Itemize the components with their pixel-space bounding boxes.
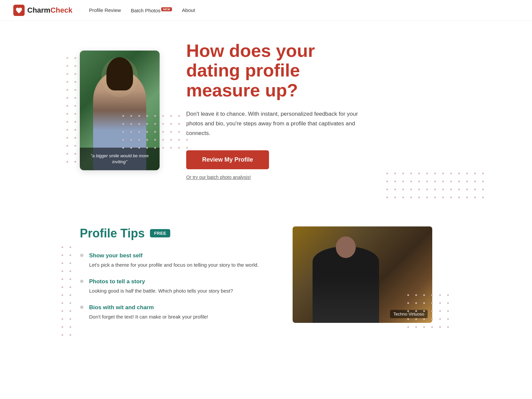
tips-title: Profile Tips — [80, 226, 145, 240]
logo-charm: Charm — [27, 6, 51, 14]
tips-header: Profile Tips FREE — [80, 226, 266, 240]
profile-caption: "a bigger smile would be more inviting" — [80, 148, 160, 170]
free-badge: FREE — [150, 229, 170, 237]
tip-bullet-2 — [80, 280, 83, 283]
tip-bullet-1 — [80, 254, 83, 257]
hero-description: Don't leave it to chance. With instant, … — [186, 109, 372, 138]
tips-content: Profile Tips FREE Show your best self Le… — [80, 226, 266, 330]
logo-link[interactable]: CharmCheck — [13, 5, 72, 16]
tip-bullet-3 — [80, 306, 83, 309]
heart-icon — [13, 5, 25, 16]
nav-link-profile-review[interactable]: Profile Review — [89, 7, 121, 13]
tip-text-wit-charm: Don't forget the text! It can make or br… — [89, 313, 208, 321]
dot-grid-tips-right — [407, 294, 451, 330]
nav-links: Profile Review Batch PhotosNEW About — [89, 7, 195, 14]
tip-item-wit-charm: Bios with wit and charm Don't forget the… — [80, 304, 266, 321]
hero-title: How does your dating profile measure up? — [186, 41, 372, 100]
nav-item-profile-review[interactable]: Profile Review — [89, 7, 121, 13]
navbar: CharmCheck Profile Review Batch PhotosNE… — [0, 0, 532, 21]
batch-analysis-link[interactable]: Or try our batch photo analysis! — [186, 175, 372, 180]
hero-section: "a bigger smile would be more inviting" … — [0, 21, 532, 206]
nav-item-about[interactable]: About — [182, 7, 195, 13]
dot-grid-tips-left — [62, 246, 73, 337]
hair-overlay — [106, 57, 133, 90]
hero-content: How does your dating profile measure up?… — [186, 41, 372, 180]
nav-link-about[interactable]: About — [182, 7, 195, 13]
dot-grid-bottomright-left — [122, 115, 190, 150]
tip-heading-story-photos: Photos to tell a story — [89, 278, 233, 285]
tip-text-best-self: Let's pick a theme for your profile and … — [89, 261, 259, 269]
dot-grid-hero-bottomright — [386, 173, 485, 200]
nav-link-batch-photos[interactable]: Batch PhotosNEW — [131, 8, 172, 13]
tip-item-best-self: Show your best self Let's pick a theme f… — [80, 252, 266, 269]
tips-image-area: Techno Virtuoso — [293, 226, 432, 323]
new-badge: NEW — [161, 7, 172, 11]
hero-image-area: "a bigger smile would be more inviting" — [80, 51, 160, 170]
tips-section: Profile Tips FREE Show your best self Le… — [0, 206, 532, 350]
tip-heading-wit-charm: Bios with wit and charm — [89, 304, 208, 311]
profile-card: "a bigger smile would be more inviting" — [80, 51, 160, 170]
tip-text-story-photos: Looking good is half the battle. Which p… — [89, 287, 233, 295]
logo-check: Check — [51, 6, 72, 14]
tip-heading-best-self: Show your best self — [89, 252, 259, 259]
tip-item-story-photos: Photos to tell a story Looking good is h… — [80, 278, 266, 295]
logo-text: CharmCheck — [27, 6, 72, 15]
nav-item-batch-photos[interactable]: Batch PhotosNEW — [131, 7, 172, 14]
review-profile-button[interactable]: Review My Profile — [186, 150, 269, 169]
